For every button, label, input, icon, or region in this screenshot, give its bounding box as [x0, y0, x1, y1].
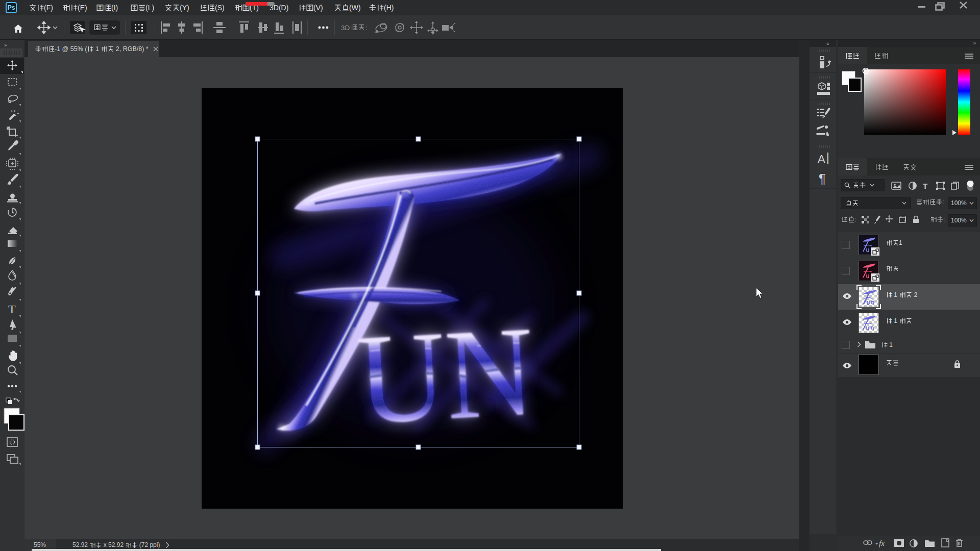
- svg-text::: :: [365, 24, 368, 32]
- svg-text:¶: ¶: [819, 171, 826, 186]
- svg-text:T: T: [923, 182, 927, 190]
- svg-text:3D: 3D: [341, 24, 350, 32]
- svg-text:«: «: [826, 41, 829, 46]
- svg-text:A: A: [818, 153, 825, 165]
- svg-text:T: T: [8, 303, 16, 316]
- svg-text:fx: fx: [879, 539, 885, 547]
- svg-text:»: »: [4, 42, 7, 48]
